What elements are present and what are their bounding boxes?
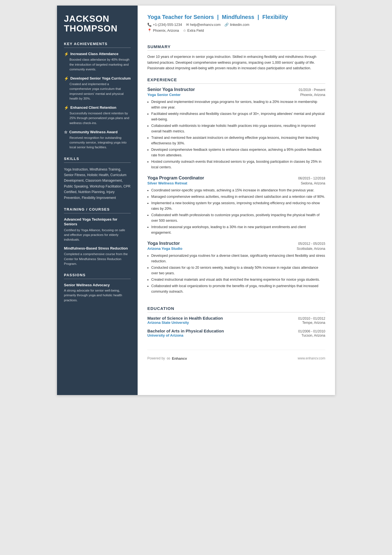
exp-title: Yoga Program Coordinator [147,176,204,181]
skills-section-title: SKILLS [64,157,131,163]
passion-item: Senior Wellness Advocacy A strong advoca… [64,283,131,303]
phone-item: 📞 +1-(234)-555-1234 [147,23,182,27]
exp-location: Scottsdale, Arizona [297,247,325,251]
achievement-icon: ☆ [64,130,68,134]
resume-footer: Powered by ∞ Enhancv www.enhancv.com [147,350,325,361]
edu-degree: Master of Science in Health Education [147,316,223,320]
bullet-item: Hosted community outreach events that in… [151,159,325,170]
first-name: JACKSON [64,14,109,24]
extra-text: Extra Field [187,29,204,33]
separator-2: | [257,14,259,20]
edu-degree: Bachelor of Arts in Physical Education [147,329,224,333]
location-icon: 📍 [147,28,152,33]
edu-header: Bachelor of Arts in Physical Education 0… [147,329,325,333]
achievement-desc: Received recognition for outstanding com… [64,135,131,150]
achievement-item: ⚡ Developed Senior Yoga Curriculum Creat… [64,76,131,101]
achievement-item: ⚡ Enhanced Client Retention Successfully… [64,105,131,125]
achievements-section-title: KEY ACHIEVEMENTS [64,42,131,48]
bullet-item: Managed comprehensive wellness activitie… [151,194,325,199]
experience-item: Senior Yoga Instructor 01/2019 - Present… [147,87,325,170]
achievement-title-text: Developed Senior Yoga Curriculum [70,76,131,80]
education-item: Master of Science in Health Education 01… [147,316,325,325]
bullet-item: Designed and implemented innovative yoga… [151,99,325,110]
edu-header: Master of Science in Health Education 01… [147,316,325,320]
achievement-title: ⚡ Developed Senior Yoga Curriculum [64,76,131,81]
main-content: Yoga Teacher for Seniors | Mindfulness |… [138,6,335,395]
phone-text: +1-(234)-555-1234 [153,23,182,27]
edu-school: University of Arizona [147,333,183,337]
education-section-title: EDUCATION [147,306,325,312]
achievement-icon: ⚡ [64,76,69,81]
course-item: Mindfulness-Based Stress Reduction Compl… [64,246,131,267]
bullet-item: Created instructional materials and visu… [151,277,325,282]
email-item: ✉ help@enhancv.com [186,23,221,27]
achievement-icon: ⚡ [64,52,69,56]
summary-section-title: SUMMARY [147,44,325,51]
achievement-desc: Successfully increased client retention … [64,111,131,125]
training-section-title: TRAINING / COURSES [64,207,131,213]
exp-header: Yoga Program Coordinator 06/2015 - 12/20… [147,176,325,181]
phone-icon: 📞 [147,23,152,27]
powered-by-text: Powered by [147,356,165,360]
course-title: Mindfulness-Based Stress Reduction [64,246,131,251]
edu-dates: 01/2010 - 01/2012 [298,317,325,320]
edu-location: Tucson, Arizona [301,334,325,337]
edu-dates: 01/2006 - 01/2010 [298,329,325,333]
achievement-title-text: Enhanced Client Retention [70,105,116,110]
bullet-item: Coordinated senior-specific yoga retreat… [151,188,325,193]
exp-dates: 05/2012 - 05/2015 [298,242,325,246]
courses-list: Advanced Yoga Techniques for Seniors Cer… [64,217,131,266]
experience-list: Senior Yoga Instructor 01/2019 - Present… [147,87,325,300]
job-title-line: Yoga Teacher for Seniors | Mindfulness |… [147,14,325,20]
last-name: THOMPSON [64,23,118,33]
exp-company-line: Yoga Senior Center Phoenix, Arizona [147,93,325,97]
job-title: Yoga Teacher for Seniors [147,14,214,20]
achievement-title: ⚡ Increased Class Attendance [64,52,131,56]
footer-left: Powered by ∞ Enhancv [147,356,187,361]
location-item: 📍 Phoenix, Arizona [147,28,179,33]
specialty-2: Flexibility [262,14,288,20]
achievement-icon: ⚡ [64,105,69,110]
bullet-item: Collaborated with nutritionists to integ… [151,123,325,134]
exp-company: Yoga Senior Center [147,93,181,97]
education-item: Bachelor of Arts in Physical Education 0… [147,329,325,337]
education-list: Master of Science in Health Education 01… [147,316,325,341]
exp-bullets: Coordinated senior-specific yoga retreat… [147,188,325,235]
exp-company: Silver Wellness Retreat [147,181,187,185]
achievement-desc: Boosted class attendance by 40% through … [64,57,131,72]
footer-website: www.enhancv.com [298,356,325,360]
extra-item: ☆ Extra Field [183,28,204,33]
link-icon: 🔗 [224,23,229,27]
separator-1: | [217,14,219,20]
exp-location: Phoenix, Arizona [300,93,325,97]
exp-bullets: Developed personalized yoga routines for… [147,253,325,294]
bullet-item: Trained and mentored five assistant inst… [151,135,325,146]
bullet-item: Collaborated with local organizations to… [151,283,325,294]
edu-school-line: University of Arizona Tucson, Arizona [147,333,325,337]
exp-company: Arizona Yoga Studio [147,246,182,251]
experience-item: Yoga Instructor 05/2012 - 05/2015 Arizon… [147,241,325,294]
bullet-item: Facilitated weekly mindfulness and flexi… [151,111,325,122]
exp-header: Yoga Instructor 05/2012 - 05/2015 [147,241,325,246]
exp-dates: 06/2015 - 12/2018 [298,176,325,180]
brand-logo: ∞ [167,356,170,361]
exp-dates: 01/2019 - Present [299,88,325,92]
website-text: linkedin.com [230,23,249,27]
passions-section-title: PASSIONS [64,273,131,279]
exp-title: Yoga Instructor [147,241,180,246]
candidate-name: JACKSON THOMPSON [64,14,131,33]
email-icon: ✉ [186,23,189,27]
specialty-1: Mindfulness [222,14,254,20]
achievement-title: ☆ Community Wellness Award [64,130,131,134]
experience-section-title: EXPERIENCE [147,77,325,84]
website-item: 🔗 linkedin.com [224,23,249,27]
exp-bullets: Designed and implemented innovative yoga… [147,99,325,170]
achievement-title: ⚡ Enhanced Client Retention [64,105,131,110]
exp-location: Sedona, Arizona [301,181,325,185]
course-title: Advanced Yoga Techniques for Seniors [64,217,131,227]
resume-container: JACKSON THOMPSON KEY ACHIEVEMENTS ⚡ Incr… [57,6,335,395]
achievement-title-text: Increased Class Attendance [70,52,118,56]
bullet-item: Implemented a new booking system for yog… [151,200,325,211]
exp-company-line: Arizona Yoga Studio Scottsdale, Arizona [147,246,325,251]
exp-header: Senior Yoga Instructor 01/2019 - Present [147,87,325,92]
